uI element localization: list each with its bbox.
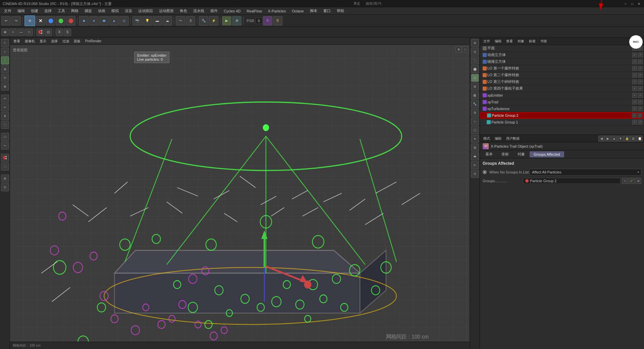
spline-button[interactable]: 〜 — [176, 16, 185, 26]
props-nav-next[interactable]: ▶ — [605, 136, 611, 142]
vp-right-icon-14[interactable]: ⊳ — [471, 161, 479, 169]
magnet-button[interactable]: 🧲 — [37, 29, 44, 36]
vp-menu-camera[interactable]: 摄像机 — [23, 38, 37, 44]
point-mode-button[interactable]: • — [9, 29, 17, 36]
viewport-settings-icon[interactable]: ⚙ — [455, 46, 462, 52]
vp-right-icon-active[interactable]: ⊡ — [471, 74, 479, 82]
poly-mode-button[interactable]: □ — [25, 29, 33, 36]
object-row-effect1[interactable]: LO 第一个爆炸特效 ✓ ✓ — [480, 65, 644, 72]
vp-right-icon-11[interactable]: ✦ — [471, 135, 479, 143]
om-menu-bookmark[interactable]: 书签 — [538, 38, 549, 44]
left-icon-spline[interactable]: 〜 — [1, 142, 9, 150]
object-row-effect2[interactable]: LO 第二个爆炸特效 ✓ ✓ — [480, 72, 644, 79]
psr-value[interactable]: 0 — [256, 18, 262, 24]
boole-button[interactable]: B — [273, 16, 282, 26]
menu-item-渲染[interactable]: 渲染 — [122, 8, 135, 14]
menu-item-创建[interactable]: 创建 — [28, 8, 41, 14]
left-icon-polygon[interactable]: ⬡ — [1, 133, 9, 141]
object-row-pg1[interactable]: Particle Group 1 ✓ ✓ — [480, 119, 644, 126]
render-button[interactable]: ▶ — [222, 16, 231, 26]
props-nav-down[interactable]: ▼ — [618, 136, 624, 142]
vp-menu-panel[interactable]: 面板 — [72, 38, 83, 44]
sphere-button[interactable]: ● — [89, 16, 99, 26]
left-icon-bridge[interactable]: ⬛ — [1, 121, 9, 129]
left-icon-arrow[interactable]: ↖ — [1, 39, 9, 47]
props-menu-edit[interactable]: 编辑 — [493, 136, 503, 142]
vp-right-icon-10[interactable]: ⬡ — [471, 126, 479, 134]
light-button[interactable]: 💡 — [143, 16, 152, 26]
left-icon-scale[interactable]: ⊞ — [1, 65, 9, 73]
menu-item-模拟[interactable]: 模拟 — [109, 8, 121, 14]
solo-button[interactable]: S — [64, 29, 71, 36]
props-nav-up[interactable]: ▲ — [611, 136, 617, 142]
rotate-x-button[interactable]: ⬤ — [46, 16, 55, 26]
menu-item-运动跟踪[interactable]: 运动跟踪 — [136, 8, 156, 14]
vp-right-icon-6[interactable]: ▦ — [471, 91, 479, 99]
left-icon-knife[interactable]: ✂ — [1, 103, 9, 111]
left-icon-move[interactable]: ↕ — [1, 56, 9, 64]
object-row-effect3[interactable]: LO 第三个碎碎特效 ✓ ✓ — [480, 79, 644, 85]
object-row-xptrail[interactable]: xpTrail ✓ ✓ — [480, 99, 644, 105]
xparticles-button[interactable]: X — [263, 16, 272, 26]
maximize-button[interactable]: □ — [630, 1, 635, 6]
object-row-xpemitter[interactable]: xpEmitter ✓ ✓ — [480, 92, 644, 99]
menu-item-帮助[interactable]: 帮助 — [334, 8, 347, 14]
minimize-button[interactable]: ─ — [623, 1, 628, 6]
object-row-pingmian[interactable]: 平面 ✓ ✓ — [480, 45, 644, 52]
tab-basic[interactable]: 基本 — [481, 151, 497, 158]
vp-right-icon-5[interactable]: ⊞ — [471, 83, 479, 91]
deformer-button[interactable]: 🔧 — [199, 16, 208, 26]
rotate-z-button[interactable]: ⬤ — [66, 16, 75, 26]
om-menu-file[interactable]: 文件 — [481, 38, 492, 44]
left-icon-magnet[interactable]: 🧲 — [1, 154, 9, 162]
menu-item-运动图形[interactable]: 运动图形 — [156, 8, 176, 14]
select-mode-button[interactable]: ⊕ — [1, 29, 9, 36]
xray-button[interactable]: X — [56, 29, 63, 36]
om-menu-tag[interactable]: 标签 — [527, 38, 538, 44]
menu-item-网格[interactable]: 网格 — [68, 8, 81, 14]
floor-button[interactable]: ▬ — [153, 16, 162, 26]
vp-menu-display[interactable]: 显示 — [38, 38, 48, 44]
left-icon-checker[interactable]: ⊞ — [1, 174, 9, 183]
tab-object[interactable]: 对象 — [514, 151, 529, 158]
tab-coord[interactable]: 坐标 — [497, 151, 513, 158]
menu-item-流水线[interactable]: 流水线 — [191, 8, 207, 14]
vp-menu-filter[interactable]: 过滤 — [60, 38, 71, 44]
undo-button[interactable]: ↩ — [1, 16, 11, 26]
left-icon-select[interactable]: ⊹ — [1, 48, 9, 56]
select-tool-button[interactable]: ⊕ — [24, 15, 35, 26]
vp-right-icon-12[interactable]: ⊠ — [471, 144, 479, 152]
object-row-xpturbulence[interactable]: xpTurbulence ✓ ✓ — [480, 105, 644, 112]
move-tool-button[interactable]: ✕ — [36, 16, 45, 26]
menu-item-捕捉[interactable]: 捕捉 — [82, 8, 95, 14]
redo-button[interactable]: ↪ — [11, 16, 21, 26]
nurbs-button[interactable]: ⧖ — [186, 16, 195, 26]
menu-item-编辑[interactable]: 编辑 — [15, 8, 28, 14]
object-row-anim-cube[interactable]: 动画立方体 ✓ ✓ — [480, 52, 644, 58]
rotate-y-button[interactable]: ⬤ — [56, 16, 65, 26]
render-settings-button[interactable]: ⚙ — [232, 16, 241, 26]
groups-btn-x[interactable]: ✕ — [635, 178, 641, 184]
props-menu-userdata[interactable]: 用户数据 — [504, 136, 522, 142]
left-icon-smooth[interactable]: ◌ — [1, 162, 9, 170]
cube-button[interactable]: ■ — [79, 16, 89, 26]
object-row-rigid-cube[interactable]: 碰撞立方体 ✓ ✓ — [480, 58, 644, 65]
snap-button[interactable]: ⊡ — [45, 29, 52, 36]
vp-right-icon-7[interactable]: 🔧 — [471, 100, 479, 108]
groups-btn-minus[interactable]: − — [622, 178, 628, 184]
groups-value-field[interactable]: Particle Group 2 — [523, 178, 621, 184]
vp-right-icon-8[interactable]: ⚙ — [471, 109, 479, 117]
edge-mode-button[interactable]: — — [17, 29, 25, 36]
vp-right-icon-4[interactable]: ⬤ — [471, 65, 479, 73]
sky-button[interactable]: ☁ — [163, 16, 172, 26]
groups-btn-check[interactable]: ✓ — [629, 178, 635, 184]
om-menu-object[interactable]: 对象 — [516, 38, 526, 44]
viewport-maximize-icon[interactable]: □ — [462, 46, 468, 52]
object-row-effect4[interactable]: LO 第四个爆粒子效果 ✓ ✓ — [480, 85, 644, 92]
object-row-pg2[interactable]: Particle Group 2 ✓ ✓ — [480, 112, 644, 119]
menu-item-X-Particles[interactable]: X-Particles — [265, 8, 288, 14]
menu-item-动画[interactable]: 动画 — [95, 8, 108, 14]
menu-item-插件[interactable]: 插件 — [208, 8, 220, 14]
menu-item-角色[interactable]: 角色 — [177, 8, 190, 14]
props-nav-prev[interactable]: ◀ — [598, 136, 604, 142]
